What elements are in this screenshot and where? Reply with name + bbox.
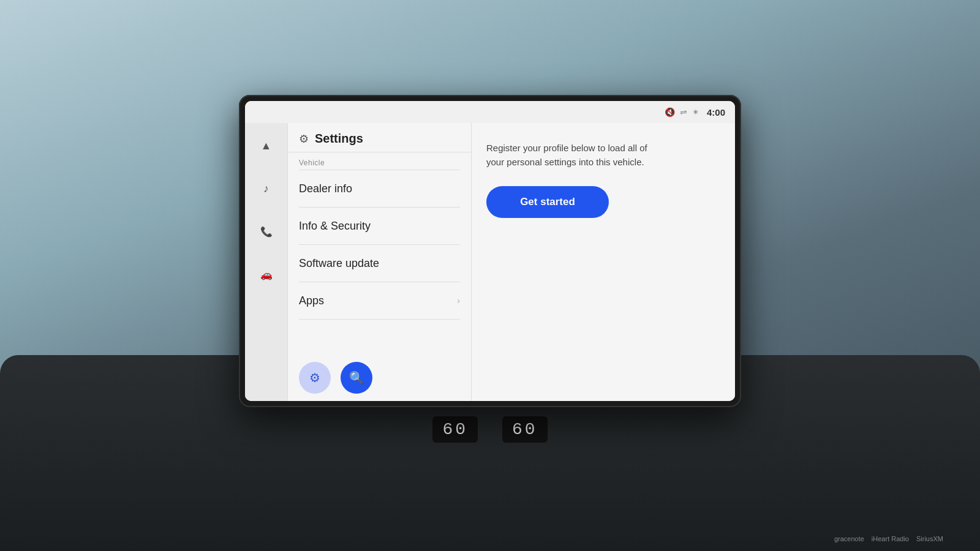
phone-icon: 📞 bbox=[260, 226, 273, 238]
status-bar: 🔇 ⇌ ✴ 4:00 bbox=[245, 101, 735, 123]
speed-display-left: 60 bbox=[432, 416, 478, 443]
menu-item-dealer-info[interactable]: Dealer info bbox=[288, 170, 471, 207]
menu-item-apps[interactable]: Apps › bbox=[288, 282, 471, 319]
software-update-label: Software update bbox=[299, 257, 379, 270]
screen-bezel: 🔇 ⇌ ✴ 4:00 ▲ ♪ 📞 🚗 bbox=[239, 95, 741, 407]
clock: 4:00 bbox=[707, 107, 725, 118]
wifi-status-icon: ⇌ bbox=[680, 107, 687, 117]
search-fab-icon: 🔍 bbox=[349, 370, 364, 385]
info-security-label: Info & Security bbox=[299, 220, 371, 233]
menu-item-software-update[interactable]: Software update bbox=[288, 245, 471, 282]
settings-title: Settings bbox=[315, 132, 363, 146]
dealer-info-label: Dealer info bbox=[299, 182, 352, 195]
main-content: ▲ ♪ 📞 🚗 ⚙ Settings Vehicle bbox=[245, 123, 735, 401]
apps-label: Apps bbox=[299, 294, 324, 307]
header-gear-icon: ⚙ bbox=[299, 132, 309, 146]
settings-fab-button[interactable]: ⚙ bbox=[299, 362, 331, 394]
dashboard-controls: 60 60 bbox=[0, 398, 980, 551]
car-icon: 🚗 bbox=[260, 269, 273, 280]
gracenote-logo: gracenote bbox=[834, 535, 864, 542]
settings-panel: ⚙ Settings Vehicle Dealer info Info & Se… bbox=[288, 123, 472, 401]
sidebar-item-navigation[interactable]: ▲ bbox=[254, 133, 279, 159]
speed-display-right: 60 bbox=[502, 416, 548, 443]
sidebar: ▲ ♪ 📞 🚗 bbox=[245, 123, 288, 401]
sidebar-item-car[interactable]: 🚗 bbox=[254, 261, 279, 287]
apps-chevron-icon: › bbox=[457, 296, 460, 305]
gear-fab-icon: ⚙ bbox=[309, 370, 320, 385]
settings-header: ⚙ Settings bbox=[288, 123, 471, 152]
content-description: Register your profile below to load all … bbox=[486, 141, 658, 169]
sidebar-item-music[interactable]: ♪ bbox=[254, 176, 279, 201]
section-label-vehicle: Vehicle bbox=[288, 152, 471, 170]
bottom-actions: ⚙ 🔍 bbox=[288, 354, 471, 401]
sidebar-item-phone[interactable]: 📞 bbox=[254, 219, 279, 244]
screen: 🔇 ⇌ ✴ 4:00 ▲ ♪ 📞 🚗 bbox=[245, 101, 735, 401]
menu-divider-4 bbox=[299, 319, 460, 320]
logo-area: gracenote iHeart Radio SiriusXM bbox=[834, 535, 943, 542]
bluetooth-icon: ✴ bbox=[692, 107, 699, 117]
get-started-button[interactable]: Get started bbox=[486, 186, 609, 218]
mute-icon: 🔇 bbox=[665, 107, 675, 117]
menu-item-info-security[interactable]: Info & Security bbox=[288, 208, 471, 244]
content-panel: Register your profile below to load all … bbox=[472, 123, 735, 401]
navigation-icon: ▲ bbox=[261, 140, 272, 152]
music-icon: ♪ bbox=[263, 182, 269, 195]
search-fab-button[interactable]: 🔍 bbox=[341, 362, 372, 394]
iheart-logo: iHeart Radio bbox=[872, 535, 909, 542]
siriusxm-logo: SiriusXM bbox=[916, 535, 943, 542]
display-cluster: 60 60 bbox=[432, 416, 547, 443]
